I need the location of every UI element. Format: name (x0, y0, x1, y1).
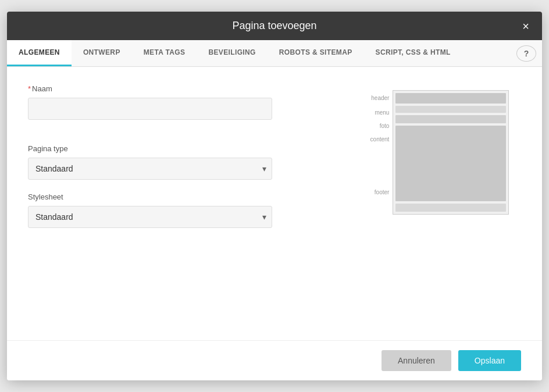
modal-body: *Naam Pagina type Standaard ▾ Stylesheet (7, 67, 542, 340)
naam-input[interactable] (28, 98, 272, 120)
pagina-type-label: Pagina type (28, 144, 335, 153)
wireframe-photo-bar (395, 115, 506, 123)
modal-footer: Annuleren Opslaan (7, 340, 542, 380)
stylesheet-select[interactable]: Standaard (28, 206, 272, 228)
stylesheet-label: Stylesheet (28, 193, 335, 201)
pagina-type-select[interactable]: Standaard (28, 158, 272, 180)
save-button[interactable]: Opslaan (458, 350, 521, 371)
wireframe-content-label: content (370, 136, 390, 142)
help-icon[interactable]: ? (516, 45, 536, 62)
naam-required-marker: * (28, 84, 31, 93)
naam-label: *Naam (28, 84, 335, 93)
page-preview: header menu foto content footer (358, 84, 521, 323)
tab-algemeen[interactable]: ALGEMEEN (7, 40, 72, 66)
wireframe-labels: header menu foto content footer (370, 90, 390, 195)
wireframe-footer-bar (395, 204, 506, 212)
stylesheet-select-wrapper: Standaard ▾ (28, 206, 272, 228)
pagina-type-select-wrapper: Standaard ▾ (28, 158, 272, 180)
modal-header: Pagina toevoegen × (7, 12, 542, 40)
tab-script-css-html[interactable]: SCRIPT, CSS & HTML (364, 40, 462, 66)
wireframe-footer-label: footer (370, 189, 390, 195)
stylesheet-field-group: Stylesheet Standaard ▾ (28, 193, 335, 228)
wireframe-header-label: header (370, 95, 390, 101)
wireframe-content-area (395, 126, 506, 201)
wireframe-header-bar (395, 93, 506, 104)
form-section: *Naam Pagina type Standaard ▾ Stylesheet (28, 84, 335, 323)
modal-close-button[interactable]: × (519, 19, 533, 33)
wireframe-menu-bar (395, 106, 506, 113)
tab-ontwerp[interactable]: ONTWERP (72, 40, 132, 66)
tab-beveiliging[interactable]: BEVEILIGING (197, 40, 267, 66)
modal-title: Pagina toevoegen (232, 20, 316, 32)
tab-bar: ALGEMEEN ONTWERP META TAGS BEVEILIGING R… (7, 40, 542, 67)
tab-meta-tags[interactable]: META TAGS (132, 40, 197, 66)
tab-robots-sitemap[interactable]: ROBOTS & SITEMAP (268, 40, 364, 66)
wireframe-menu-label: menu (370, 109, 390, 116)
pagina-type-field-group: Pagina type Standaard ▾ (28, 144, 335, 180)
naam-field-group: *Naam (28, 84, 335, 131)
wireframe-box (393, 90, 509, 215)
cancel-button[interactable]: Annuleren (382, 350, 451, 371)
wireframe-foto-label: foto (370, 123, 390, 129)
wireframe-container: header menu foto content footer (370, 90, 509, 215)
modal-dialog: Pagina toevoegen × ALGEMEEN ONTWERP META… (7, 12, 542, 380)
